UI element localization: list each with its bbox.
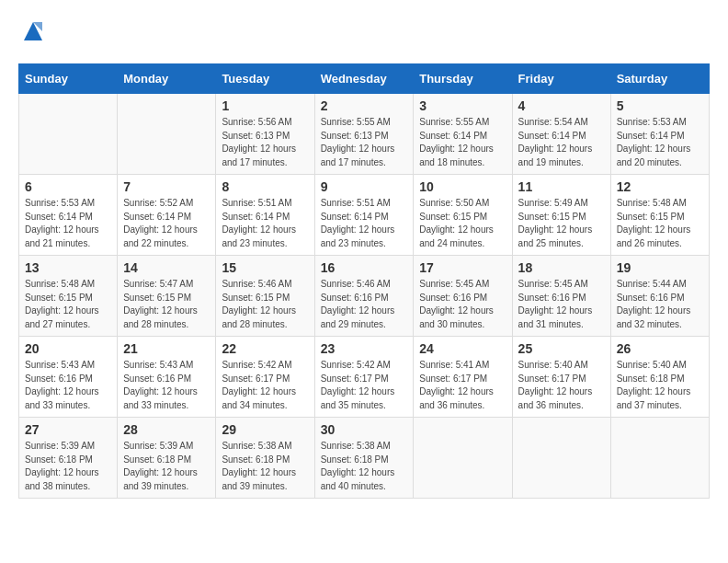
calendar-cell: 28Sunrise: 5:39 AM Sunset: 6:18 PM Dayli… (118, 418, 216, 499)
day-info: Sunrise: 5:56 AM Sunset: 6:13 PM Dayligh… (222, 116, 308, 169)
page-header (18, 18, 710, 49)
day-info: Sunrise: 5:45 AM Sunset: 6:16 PM Dayligh… (419, 278, 506, 331)
calendar-week-5: 27Sunrise: 5:39 AM Sunset: 6:18 PM Dayli… (19, 418, 710, 499)
day-number: 30 (321, 422, 408, 437)
calendar-cell: 3Sunrise: 5:55 AM Sunset: 6:14 PM Daylig… (414, 94, 512, 175)
calendar-cell: 1Sunrise: 5:56 AM Sunset: 6:13 PM Daylig… (216, 94, 314, 175)
logo-icon (20, 18, 46, 44)
calendar-cell (512, 418, 610, 499)
day-number: 1 (222, 98, 308, 113)
day-info: Sunrise: 5:48 AM Sunset: 6:15 PM Dayligh… (25, 278, 111, 331)
col-header-saturday: Saturday (610, 64, 709, 94)
calendar-cell: 20Sunrise: 5:43 AM Sunset: 6:16 PM Dayli… (19, 337, 118, 418)
calendar-cell: 19Sunrise: 5:44 AM Sunset: 6:16 PM Dayli… (610, 256, 709, 337)
day-number: 11 (518, 179, 605, 194)
calendar-cell: 11Sunrise: 5:49 AM Sunset: 6:15 PM Dayli… (512, 175, 610, 256)
logo (18, 18, 46, 49)
day-number: 15 (222, 260, 308, 275)
calendar-cell: 25Sunrise: 5:40 AM Sunset: 6:17 PM Dayli… (512, 337, 610, 418)
col-header-thursday: Thursday (414, 64, 512, 94)
day-info: Sunrise: 5:51 AM Sunset: 6:14 PM Dayligh… (321, 197, 408, 250)
day-number: 4 (518, 98, 605, 113)
calendar-week-1: 1Sunrise: 5:56 AM Sunset: 6:13 PM Daylig… (19, 94, 710, 175)
col-header-wednesday: Wednesday (314, 64, 414, 94)
day-number: 16 (321, 260, 408, 275)
day-info: Sunrise: 5:47 AM Sunset: 6:15 PM Dayligh… (123, 278, 210, 331)
day-info: Sunrise: 5:44 AM Sunset: 6:16 PM Dayligh… (617, 278, 703, 331)
calendar-cell (610, 418, 709, 499)
col-header-sunday: Sunday (19, 64, 118, 94)
calendar-cell: 7Sunrise: 5:52 AM Sunset: 6:14 PM Daylig… (118, 175, 216, 256)
day-info: Sunrise: 5:51 AM Sunset: 6:14 PM Dayligh… (222, 197, 308, 250)
day-number: 9 (321, 179, 408, 194)
col-header-friday: Friday (512, 64, 610, 94)
day-number: 26 (617, 341, 703, 356)
day-number: 25 (518, 341, 605, 356)
day-number: 18 (518, 260, 605, 275)
day-number: 20 (25, 341, 111, 356)
col-header-tuesday: Tuesday (216, 64, 314, 94)
day-info: Sunrise: 5:55 AM Sunset: 6:13 PM Dayligh… (321, 116, 408, 169)
day-info: Sunrise: 5:39 AM Sunset: 6:18 PM Dayligh… (123, 440, 210, 493)
calendar-cell: 24Sunrise: 5:41 AM Sunset: 6:17 PM Dayli… (414, 337, 512, 418)
calendar-table: SundayMondayTuesdayWednesdayThursdayFrid… (18, 63, 710, 499)
calendar-header-row: SundayMondayTuesdayWednesdayThursdayFrid… (19, 64, 710, 94)
calendar-cell: 21Sunrise: 5:43 AM Sunset: 6:16 PM Dayli… (118, 337, 216, 418)
day-number: 28 (123, 422, 210, 437)
day-info: Sunrise: 5:49 AM Sunset: 6:15 PM Dayligh… (518, 197, 605, 250)
day-info: Sunrise: 5:40 AM Sunset: 6:18 PM Dayligh… (617, 359, 703, 412)
day-info: Sunrise: 5:53 AM Sunset: 6:14 PM Dayligh… (25, 197, 111, 250)
day-info: Sunrise: 5:42 AM Sunset: 6:17 PM Dayligh… (222, 359, 308, 412)
day-number: 5 (617, 98, 703, 113)
calendar-cell: 5Sunrise: 5:53 AM Sunset: 6:14 PM Daylig… (610, 94, 709, 175)
calendar-cell (118, 94, 216, 175)
day-number: 19 (617, 260, 703, 275)
calendar-cell (19, 94, 118, 175)
day-info: Sunrise: 5:46 AM Sunset: 6:16 PM Dayligh… (321, 278, 408, 331)
calendar-cell: 13Sunrise: 5:48 AM Sunset: 6:15 PM Dayli… (19, 256, 118, 337)
calendar-cell: 18Sunrise: 5:45 AM Sunset: 6:16 PM Dayli… (512, 256, 610, 337)
day-info: Sunrise: 5:46 AM Sunset: 6:15 PM Dayligh… (222, 278, 308, 331)
day-number: 10 (419, 179, 506, 194)
day-info: Sunrise: 5:43 AM Sunset: 6:16 PM Dayligh… (25, 359, 111, 412)
day-info: Sunrise: 5:38 AM Sunset: 6:18 PM Dayligh… (321, 440, 408, 493)
calendar-week-4: 20Sunrise: 5:43 AM Sunset: 6:16 PM Dayli… (19, 337, 710, 418)
day-info: Sunrise: 5:39 AM Sunset: 6:18 PM Dayligh… (25, 440, 111, 493)
day-number: 12 (617, 179, 703, 194)
day-info: Sunrise: 5:45 AM Sunset: 6:16 PM Dayligh… (518, 278, 605, 331)
calendar-cell: 22Sunrise: 5:42 AM Sunset: 6:17 PM Dayli… (216, 337, 314, 418)
day-number: 14 (123, 260, 210, 275)
col-header-monday: Monday (118, 64, 216, 94)
calendar-cell (414, 418, 512, 499)
calendar-week-3: 13Sunrise: 5:48 AM Sunset: 6:15 PM Dayli… (19, 256, 710, 337)
calendar-cell: 10Sunrise: 5:50 AM Sunset: 6:15 PM Dayli… (414, 175, 512, 256)
calendar-cell: 8Sunrise: 5:51 AM Sunset: 6:14 PM Daylig… (216, 175, 314, 256)
day-number: 17 (419, 260, 506, 275)
day-info: Sunrise: 5:50 AM Sunset: 6:15 PM Dayligh… (419, 197, 506, 250)
calendar-cell: 27Sunrise: 5:39 AM Sunset: 6:18 PM Dayli… (19, 418, 118, 499)
calendar-cell: 29Sunrise: 5:38 AM Sunset: 6:18 PM Dayli… (216, 418, 314, 499)
day-info: Sunrise: 5:55 AM Sunset: 6:14 PM Dayligh… (419, 116, 506, 169)
day-number: 8 (222, 179, 308, 194)
calendar-cell: 14Sunrise: 5:47 AM Sunset: 6:15 PM Dayli… (118, 256, 216, 337)
day-info: Sunrise: 5:52 AM Sunset: 6:14 PM Dayligh… (123, 197, 210, 250)
day-number: 13 (25, 260, 111, 275)
day-number: 22 (222, 341, 308, 356)
day-info: Sunrise: 5:38 AM Sunset: 6:18 PM Dayligh… (222, 440, 308, 493)
day-info: Sunrise: 5:42 AM Sunset: 6:17 PM Dayligh… (321, 359, 408, 412)
day-number: 27 (25, 422, 111, 437)
day-number: 24 (419, 341, 506, 356)
calendar-body: 1Sunrise: 5:56 AM Sunset: 6:13 PM Daylig… (19, 94, 710, 499)
day-info: Sunrise: 5:54 AM Sunset: 6:14 PM Dayligh… (518, 116, 605, 169)
day-info: Sunrise: 5:43 AM Sunset: 6:16 PM Dayligh… (123, 359, 210, 412)
day-info: Sunrise: 5:41 AM Sunset: 6:17 PM Dayligh… (419, 359, 506, 412)
day-info: Sunrise: 5:53 AM Sunset: 6:14 PM Dayligh… (617, 116, 703, 169)
calendar-cell: 9Sunrise: 5:51 AM Sunset: 6:14 PM Daylig… (314, 175, 414, 256)
calendar-cell: 30Sunrise: 5:38 AM Sunset: 6:18 PM Dayli… (314, 418, 414, 499)
day-number: 2 (321, 98, 408, 113)
day-number: 7 (123, 179, 210, 194)
day-number: 29 (222, 422, 308, 437)
day-number: 3 (419, 98, 506, 113)
calendar-week-2: 6Sunrise: 5:53 AM Sunset: 6:14 PM Daylig… (19, 175, 710, 256)
calendar-cell: 23Sunrise: 5:42 AM Sunset: 6:17 PM Dayli… (314, 337, 414, 418)
